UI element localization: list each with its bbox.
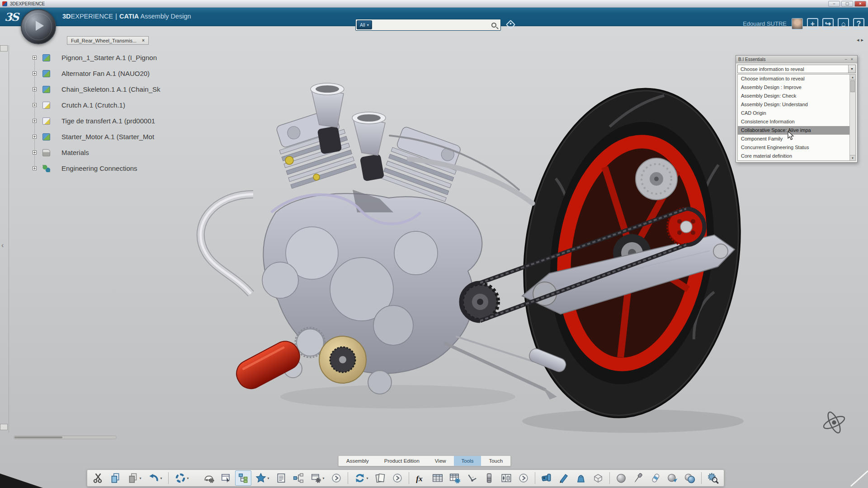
next-tab-icon[interactable]: ▸ [861,37,865,42]
separator[interactable] [409,472,409,484]
bi-reveal-dropdown[interactable]: Choose information to reveal ▾ [737,65,856,73]
catalog-button[interactable] [372,470,388,486]
global-search-bar[interactable]: All ▾ [355,19,501,31]
panel-dock-bottom-handle[interactable] [0,424,8,430]
tree-item[interactable]: Crutch A.1 (Crutch.1) [27,97,181,113]
cut-button[interactable] [90,470,106,486]
dropdown-arrow-icon[interactable]: ▾ [848,65,855,73]
dropdown-caret-icon[interactable] [366,476,368,480]
separator[interactable] [535,472,535,484]
tree-item-label[interactable]: Pignon_1_Starter A.1 (I_Pignon [61,54,157,61]
favorites-button[interactable] [252,470,272,486]
bi-option[interactable]: Core material definition [738,152,849,160]
close-tab-icon[interactable]: × [142,38,145,43]
tree-item[interactable]: Tige de transfert A.1 (prd00001 [27,113,181,129]
specification-button[interactable] [273,470,289,486]
session-panel-button[interactable] [498,470,514,486]
document-tab[interactable]: Full_Rear_Wheel_Transmis... × [67,36,149,45]
workbench-tab[interactable]: View [427,456,454,466]
separator[interactable] [168,472,169,484]
dropdown-caret-icon[interactable] [267,476,269,480]
window-titlebar[interactable]: 3DEXPERIENCE – ▢ × [0,0,868,8]
workbench-tab[interactable]: Touch [481,456,510,466]
structure-graph-button[interactable] [290,470,307,486]
user-name[interactable]: Edouard SUTRE [743,20,787,27]
separator[interactable] [701,472,702,484]
separator[interactable] [609,472,610,484]
dropdown-caret-icon[interactable] [187,476,189,480]
window-settings-button[interactable] [307,470,327,486]
table-settings-button[interactable] [447,470,463,486]
bi-option[interactable]: Consistence Information [738,117,849,126]
tree-item[interactable]: Pignon_1_Starter A.1 (I_Pignon [27,50,181,66]
expand-toggle-icon[interactable] [33,150,37,155]
dropdown-caret-icon[interactable] [322,476,324,480]
more-commands-button[interactable] [328,470,344,486]
material-eraser-button[interactable] [647,470,664,486]
group-gap[interactable] [193,470,200,486]
tree-item-label[interactable]: Materials [61,149,89,156]
more-commands-button-3[interactable] [515,470,532,486]
tree-item-label[interactable]: Alternator Fan A.1 (NAUO20) [61,70,150,77]
expand-toggle-icon[interactable] [33,71,37,75]
tree-item[interactable]: Chain_Skeleton.1 A.1 (Chain_Sk [27,81,181,97]
expand-toggle-icon[interactable] [33,103,37,107]
brake-disc[interactable] [636,158,677,200]
tab-nav-arrows[interactable]: ◂▸ [857,37,865,43]
tree-item[interactable]: Engineering Connections [27,160,181,176]
collect-bag-button[interactable] [573,470,589,486]
tree-item-label[interactable]: Starter_Motor A.1 (Starter_Mot [61,133,154,141]
starter-cylinder[interactable] [232,337,305,394]
bi-option[interactable]: Assembly Design : Improve [738,83,849,92]
measure-button[interactable] [464,470,480,486]
home-button[interactable]: ⌂ [838,18,849,29]
product-structure-button[interactable] [235,470,251,486]
scrollbar-thumb[interactable] [14,436,62,438]
scroll-up-icon[interactable]: ▲ [850,75,855,80]
bi-option[interactable]: CAD Origin [738,109,849,117]
tree-item[interactable]: Materials [27,145,181,160]
search-filter-dropdown[interactable]: All ▾ [357,20,372,29]
bounding-box-button[interactable] [590,470,606,486]
material-sphere-button[interactable] [613,470,629,486]
tree-item-label[interactable]: Engineering Connections [61,164,137,172]
tree-item-label[interactable]: Chain_Skeleton.1 A.1 (Chain_Sk [61,85,160,93]
bi-list-scrollbar[interactable]: ▲ ▼ [849,75,855,160]
expand-toggle-icon[interactable] [33,119,37,123]
share-button[interactable]: ↪ [822,18,834,29]
panel-dock-top-handle[interactable] [0,45,8,52]
workbench-tab[interactable]: Tools [454,456,481,466]
workbench-tab[interactable]: Product Edition [377,456,427,466]
help-button[interactable]: ? [853,18,864,29]
column-display-button[interactable] [481,470,497,486]
fixture-tool-button[interactable] [538,470,555,486]
new-window-button[interactable] [218,470,234,486]
tree-item-label[interactable]: Tige de transfert A.1 (prd00001 [61,117,155,125]
collapse-panel-icon[interactable]: ‹ [1,241,4,249]
robot-compass-widget[interactable] [822,411,846,435]
expand-toggle-icon[interactable] [33,135,37,139]
bi-panel-titlebar[interactable]: B.I Essentials – × [736,56,857,63]
update-button[interactable] [172,470,192,486]
scroll-down-icon[interactable]: ▼ [850,155,855,160]
paste-button[interactable] [124,470,144,486]
expand-toggle-icon[interactable] [33,87,37,91]
workbench-tab[interactable]: Assembly [339,456,377,466]
expand-toggle-icon[interactable] [33,56,37,60]
exploded-view-button[interactable] [201,470,217,486]
copy-button[interactable] [107,470,123,486]
bi-option[interactable]: Assembly Design: Understand [738,100,849,109]
marker-pen-button[interactable] [556,470,572,486]
separator[interactable] [348,472,348,484]
more-commands-button-2[interactable] [389,470,406,486]
bi-minimize-icon[interactable]: – [843,57,849,61]
dropdown-caret-icon[interactable] [160,476,162,480]
material-browser-button[interactable] [682,470,698,486]
material-picker-button[interactable] [630,470,646,486]
add-content-button[interactable]: + [807,18,818,29]
3dexperience-compass[interactable] [21,9,56,44]
bi-option[interactable]: Concurrent Engineering Status [738,143,849,152]
formula-button[interactable] [412,470,429,486]
apply-material-button[interactable] [665,470,681,486]
search-settings-button[interactable] [705,470,721,486]
